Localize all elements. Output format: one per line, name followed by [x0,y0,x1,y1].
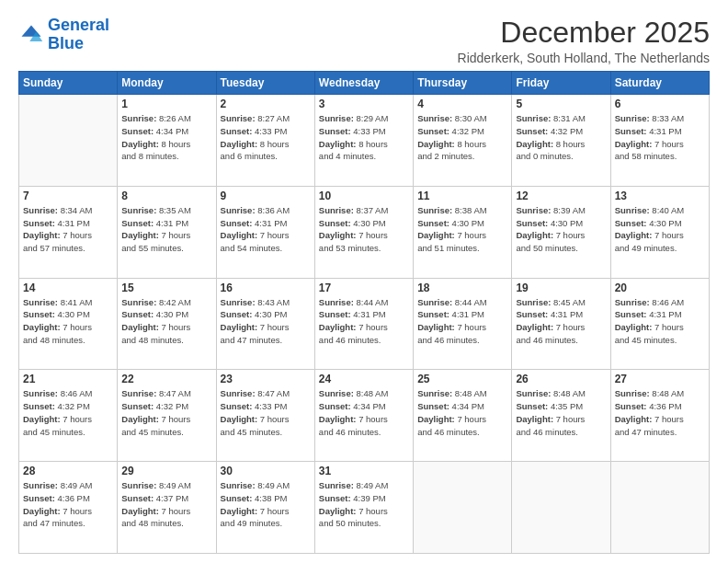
day-info: Sunrise: 8:38 AMSunset: 4:30 PMDaylight:… [417,204,507,255]
day-info: Sunrise: 8:31 AMSunset: 4:32 PMDaylight:… [516,112,606,163]
day-info: Sunrise: 8:36 AMSunset: 4:31 PMDaylight:… [221,204,311,255]
calendar-cell: 24Sunrise: 8:48 AMSunset: 4:34 PMDayligh… [314,370,413,462]
day-number: 10 [319,190,409,202]
page: General Blue December 2025 Ridderkerk, S… [0,0,728,563]
day-info: Sunrise: 8:44 AMSunset: 4:31 PMDaylight:… [319,296,409,347]
calendar-cell: 23Sunrise: 8:47 AMSunset: 4:33 PMDayligh… [216,370,314,462]
calendar-cell: 17Sunrise: 8:44 AMSunset: 4:31 PMDayligh… [314,278,413,370]
calendar-cell: 6Sunrise: 8:33 AMSunset: 4:31 PMDaylight… [610,95,709,187]
header: General Blue December 2025 Ridderkerk, S… [18,17,710,65]
calendar-cell: 31Sunrise: 8:49 AMSunset: 4:39 PMDayligh… [314,462,413,554]
day-number: 12 [516,190,606,202]
day-number: 14 [23,282,113,294]
calendar-cell: 12Sunrise: 8:39 AMSunset: 4:30 PMDayligh… [512,186,610,278]
day-number: 2 [221,98,311,110]
day-info: Sunrise: 8:45 AMSunset: 4:31 PMDaylight:… [516,296,606,347]
calendar-cell: 5Sunrise: 8:31 AMSunset: 4:32 PMDaylight… [512,95,610,187]
day-number: 29 [121,465,211,477]
calendar-cell: 10Sunrise: 8:37 AMSunset: 4:30 PMDayligh… [314,186,413,278]
weekday-header-row: SundayMondayTuesdayWednesdayThursdayFrid… [19,72,710,95]
day-number: 26 [516,373,606,385]
calendar-cell [512,462,610,554]
day-info: Sunrise: 8:48 AMSunset: 4:35 PMDaylight:… [516,387,606,438]
day-number: 18 [417,282,507,294]
calendar-cell: 9Sunrise: 8:36 AMSunset: 4:31 PMDaylight… [216,186,314,278]
calendar-cell: 18Sunrise: 8:44 AMSunset: 4:31 PMDayligh… [414,278,512,370]
day-number: 6 [615,98,705,110]
calendar-cell: 21Sunrise: 8:46 AMSunset: 4:32 PMDayligh… [19,370,118,462]
day-number: 3 [319,98,409,110]
day-number: 11 [417,190,507,202]
day-info: Sunrise: 8:49 AMSunset: 4:36 PMDaylight:… [23,479,113,530]
calendar-cell: 16Sunrise: 8:43 AMSunset: 4:30 PMDayligh… [216,278,314,370]
day-number: 17 [319,282,409,294]
day-info: Sunrise: 8:43 AMSunset: 4:30 PMDaylight:… [221,296,311,347]
day-number: 28 [23,465,113,477]
calendar-cell [19,95,118,187]
day-number: 15 [121,282,211,294]
day-number: 22 [121,373,211,385]
weekday-friday: Friday [512,72,610,95]
calendar-cell [414,462,512,554]
calendar-cell: 15Sunrise: 8:42 AMSunset: 4:30 PMDayligh… [118,278,216,370]
day-number: 9 [221,190,311,202]
day-info: Sunrise: 8:30 AMSunset: 4:32 PMDaylight:… [417,112,507,163]
day-info: Sunrise: 8:42 AMSunset: 4:30 PMDaylight:… [121,296,211,347]
calendar-cell: 2Sunrise: 8:27 AMSunset: 4:33 PMDaylight… [216,95,314,187]
day-info: Sunrise: 8:46 AMSunset: 4:31 PMDaylight:… [615,296,705,347]
logo-icon [18,22,44,48]
day-number: 24 [319,373,409,385]
day-info: Sunrise: 8:27 AMSunset: 4:33 PMDaylight:… [221,112,311,163]
day-info: Sunrise: 8:35 AMSunset: 4:31 PMDaylight:… [121,204,211,255]
day-number: 1 [121,98,211,110]
calendar-cell: 26Sunrise: 8:48 AMSunset: 4:35 PMDayligh… [512,370,610,462]
day-info: Sunrise: 8:40 AMSunset: 4:30 PMDaylight:… [615,204,705,255]
calendar-cell: 1Sunrise: 8:26 AMSunset: 4:34 PMDaylight… [118,95,216,187]
calendar-cell: 25Sunrise: 8:48 AMSunset: 4:34 PMDayligh… [414,370,512,462]
day-info: Sunrise: 8:46 AMSunset: 4:32 PMDaylight:… [23,387,113,438]
calendar-cell: 22Sunrise: 8:47 AMSunset: 4:32 PMDayligh… [118,370,216,462]
day-number: 19 [516,282,606,294]
calendar-table: SundayMondayTuesdayWednesdayThursdayFrid… [18,71,710,554]
calendar-cell: 27Sunrise: 8:48 AMSunset: 4:36 PMDayligh… [610,370,709,462]
week-row-5: 28Sunrise: 8:49 AMSunset: 4:36 PMDayligh… [19,462,710,554]
week-row-4: 21Sunrise: 8:46 AMSunset: 4:32 PMDayligh… [19,370,710,462]
day-info: Sunrise: 8:34 AMSunset: 4:31 PMDaylight:… [23,204,113,255]
day-info: Sunrise: 8:48 AMSunset: 4:34 PMDaylight:… [319,387,409,438]
day-number: 27 [615,373,705,385]
week-row-3: 14Sunrise: 8:41 AMSunset: 4:30 PMDayligh… [19,278,710,370]
calendar-cell: 19Sunrise: 8:45 AMSunset: 4:31 PMDayligh… [512,278,610,370]
day-number: 5 [516,98,606,110]
calendar-cell: 13Sunrise: 8:40 AMSunset: 4:30 PMDayligh… [610,186,709,278]
day-info: Sunrise: 8:49 AMSunset: 4:39 PMDaylight:… [319,479,409,530]
calendar-cell: 20Sunrise: 8:46 AMSunset: 4:31 PMDayligh… [610,278,709,370]
weekday-tuesday: Tuesday [216,72,314,95]
weekday-monday: Monday [118,72,216,95]
day-number: 31 [319,465,409,477]
day-number: 8 [121,190,211,202]
day-number: 21 [23,373,113,385]
calendar-cell: 14Sunrise: 8:41 AMSunset: 4:30 PMDayligh… [19,278,118,370]
calendar-cell: 7Sunrise: 8:34 AMSunset: 4:31 PMDaylight… [19,186,118,278]
day-info: Sunrise: 8:49 AMSunset: 4:38 PMDaylight:… [221,479,311,530]
title-block: December 2025 Ridderkerk, South Holland,… [458,17,710,65]
logo: General Blue [18,17,109,53]
day-info: Sunrise: 8:41 AMSunset: 4:30 PMDaylight:… [23,296,113,347]
calendar-cell: 29Sunrise: 8:49 AMSunset: 4:37 PMDayligh… [118,462,216,554]
weekday-sunday: Sunday [19,72,118,95]
month-title: December 2025 [458,17,710,49]
calendar-cell: 4Sunrise: 8:30 AMSunset: 4:32 PMDaylight… [414,95,512,187]
calendar-cell: 28Sunrise: 8:49 AMSunset: 4:36 PMDayligh… [19,462,118,554]
day-info: Sunrise: 8:47 AMSunset: 4:33 PMDaylight:… [221,387,311,438]
day-number: 13 [615,190,705,202]
day-number: 16 [221,282,311,294]
day-number: 7 [23,190,113,202]
day-number: 25 [417,373,507,385]
day-info: Sunrise: 8:39 AMSunset: 4:30 PMDaylight:… [516,204,606,255]
day-info: Sunrise: 8:37 AMSunset: 4:30 PMDaylight:… [319,204,409,255]
day-number: 4 [417,98,507,110]
day-info: Sunrise: 8:48 AMSunset: 4:34 PMDaylight:… [417,387,507,438]
day-info: Sunrise: 8:26 AMSunset: 4:34 PMDaylight:… [121,112,211,163]
day-info: Sunrise: 8:49 AMSunset: 4:37 PMDaylight:… [121,479,211,530]
logo-blue: Blue [48,34,84,52]
